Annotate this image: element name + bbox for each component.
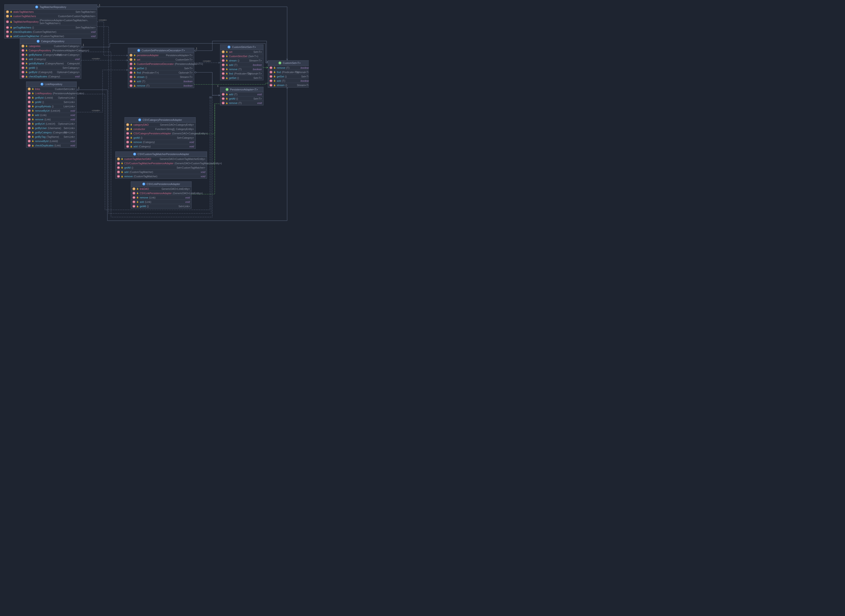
method-row[interactable]: m🔓getAll()Set<Link> bbox=[131, 204, 191, 208]
method-row[interactable]: m🔓getByUser(Username)Set<Link> bbox=[26, 126, 76, 130]
method-row[interactable]: m🔓getSet()Set<T> bbox=[268, 74, 309, 79]
field-row[interactable]: f🔒persistenceAdapterPersistenceAdapter<T… bbox=[128, 53, 194, 57]
method-icon: m bbox=[22, 62, 24, 65]
method-row[interactable]: m🔓CustomSetPersistenceDecorator(Persiste… bbox=[128, 62, 194, 66]
class-csvLinkAdapter[interactable]: CSVLinkPersistenceAdapterf🔒linkDAOGeneri… bbox=[131, 181, 192, 209]
method-row[interactable]: m🔓TagMatcherRepository(PersistenceAdapte… bbox=[4, 18, 97, 25]
return-type: Optional<T> bbox=[246, 72, 262, 75]
method-row[interactable]: m🔓getByCategory(CategoryId)Set<Link> bbox=[26, 130, 76, 135]
class-csvCategoryAdapter[interactable]: CSVCategoryPersistenceAdapterf🔒categoryD… bbox=[125, 117, 196, 149]
member-params: (Category) bbox=[34, 58, 46, 60]
method-row[interactable]: m🔓stream()Stream<T> bbox=[128, 75, 194, 79]
method-row[interactable]: m🔓groupByHosts()List<Link> bbox=[26, 104, 76, 109]
field-row[interactable]: f🔒linksCustomSet<Link> bbox=[26, 87, 76, 91]
method-row[interactable]: m🔓add(T)void bbox=[220, 92, 263, 97]
return-type: Set<CustomTagMatcher> bbox=[175, 166, 205, 169]
class-customSetDecorator[interactable]: CustomSetPersistenceDecorator<T>f🔒persis… bbox=[128, 48, 194, 88]
method-row[interactable]: m🔒checkDuplicates(CustomTagMatcher)void bbox=[4, 30, 97, 34]
unlock-icon: 🔓 bbox=[25, 62, 28, 65]
method-row[interactable]: m🔓add(CustomTagMatcher)void bbox=[116, 170, 207, 174]
field-row[interactable]: f🔒staticTagMatchersSet<TagMatcher> bbox=[4, 10, 97, 14]
field-row[interactable]: f🔒setSet<T> bbox=[220, 50, 263, 54]
method-row[interactable]: m🔓add(T)boolean bbox=[128, 79, 194, 84]
class-linkRepo[interactable]: LinkRepositoryf🔒linksCustomSet<Link>m🔓Li… bbox=[26, 82, 77, 148]
method-row[interactable]: m🔓LinkRepository(PersistenceAdapter<Link… bbox=[26, 91, 76, 95]
method-row[interactable]: m🔓add(T)boolean bbox=[220, 63, 263, 67]
field-row[interactable]: f🔒constuctorFunction<String[], CategoryE… bbox=[125, 127, 195, 131]
method-row[interactable]: m🔓getAll()Set<Category> bbox=[125, 136, 195, 140]
member-params: (Link) bbox=[145, 201, 151, 203]
field-row[interactable]: f🔒categoriesCustomSet<Category> bbox=[20, 44, 81, 48]
method-row[interactable]: m🔓getTagMatchers()Set<TagMatcher> bbox=[4, 25, 97, 30]
method-row[interactable]: m🔓remove(T)boolean bbox=[268, 66, 309, 70]
member-params: (Category) bbox=[139, 145, 151, 148]
method-row[interactable]: m🔓find(Predicate<T>)Optional<T> bbox=[268, 70, 309, 74]
member-name: getSet bbox=[277, 75, 284, 78]
field-row[interactable]: f🔒customTagMatcherDAOGenericDAO<CustomTa… bbox=[116, 157, 207, 161]
member-name: checkDuplicates bbox=[29, 75, 47, 78]
method-row[interactable]: m🔓remove(Category)void bbox=[125, 140, 195, 144]
method-row[interactable]: m🔒checkDuplicates(Link)void bbox=[26, 143, 76, 148]
method-row[interactable]: m🔓add(T)boolean bbox=[268, 79, 309, 83]
method-icon: m bbox=[117, 170, 120, 173]
method-row[interactable]: m🔓getByTag(TagName)Set<Link> bbox=[26, 135, 76, 139]
member-params: () bbox=[237, 76, 239, 79]
class-title: PersistenceAdapter<T> bbox=[220, 87, 263, 92]
method-row[interactable]: m🔓getAll()Set<Category> bbox=[20, 66, 81, 70]
method-row[interactable]: m🔓add(Category)void bbox=[125, 144, 195, 148]
field-row[interactable]: f🔒categoryDAOGenericDAO<CategoryEntity> bbox=[125, 123, 195, 127]
member-name: CustomSetPersistenceDecorator bbox=[137, 63, 174, 65]
method-row[interactable]: m🔓getIdByName(CategoryName)CategoryId bbox=[20, 61, 81, 66]
method-row[interactable]: m🔓CustomStrictSet(Set<T>) bbox=[220, 54, 263, 59]
member-params: (CategoryId) bbox=[38, 71, 52, 73]
method-row[interactable]: m🔓remove(CustomTagMatcher)void bbox=[116, 174, 207, 179]
method-row[interactable]: m🔓getById(LinkId)Optional<Link> bbox=[26, 95, 76, 100]
method-row[interactable]: m🔒checkDuplicates(Category)void bbox=[20, 74, 81, 79]
method-row[interactable]: m🔓getSet()Set<T> bbox=[220, 76, 263, 80]
class-customSet[interactable]: CustomSet<T>m🔓remove(T)booleanm🔓find(Pre… bbox=[268, 60, 309, 88]
class-name: CategoryRepository bbox=[41, 40, 65, 43]
class-icon bbox=[228, 45, 231, 48]
method-row[interactable]: m🔓CategoryRepository(PersistenceAdapter<… bbox=[20, 48, 81, 53]
method-row[interactable]: m🔓getAll()Set<CustomTagMatcher> bbox=[116, 166, 207, 170]
method-row[interactable]: m🔓remove(T)boolean bbox=[128, 84, 194, 88]
unlock-icon: 🔓 bbox=[25, 58, 28, 60]
method-row[interactable]: m🔓remove(Link)void bbox=[131, 195, 191, 200]
class-categoryRepo[interactable]: CategoryRepositoryf🔒categoriesCustomSet<… bbox=[20, 38, 81, 79]
method-row[interactable]: m🔓getByName(CategoryName)Optional<Catego… bbox=[20, 53, 81, 57]
method-row[interactable]: m🔓addCustomTagMatcher(CustomTagMatcher)v… bbox=[4, 34, 97, 38]
field-row[interactable]: f🔒customTagMatchersCustomSet<CustomTagMa… bbox=[4, 14, 97, 18]
method-row[interactable]: m🔓remove(T)boolean bbox=[220, 67, 263, 71]
method-row[interactable]: m🔓getByUrl(LinkUrl)Optional<Link> bbox=[26, 122, 76, 126]
method-row[interactable]: m🔓stream()Stream<T> bbox=[268, 83, 309, 87]
class-csvCustomTagAdapter[interactable]: CSVCustomTagMatcherPersistenceAdapterf🔒c… bbox=[115, 151, 207, 179]
member-params: (T) bbox=[234, 63, 237, 66]
method-row[interactable]: m🔓getAll()Set<T> bbox=[220, 97, 263, 101]
return-type: void bbox=[185, 196, 190, 199]
method-row[interactable]: m🔓find(Predicate<T>)Optional<T> bbox=[220, 71, 263, 76]
method-row[interactable]: m🔓remove(T)void bbox=[220, 101, 263, 105]
field-icon: f bbox=[6, 15, 9, 18]
method-row[interactable]: m🔓stream()Stream<T> bbox=[220, 59, 263, 63]
field-row[interactable]: f🔒setCustomSet<T> bbox=[128, 57, 194, 62]
method-row[interactable]: m🔓removeById(LinkId)void bbox=[26, 139, 76, 143]
method-row[interactable]: m🔓CSVLinkPersistenceAdapter(GenericDAO<L… bbox=[131, 191, 191, 195]
class-persistenceAdapter[interactable]: PersistenceAdapter<T>m🔓add(T)voidm🔓getAl… bbox=[220, 87, 263, 106]
member-params: (CustomTagMatcher) bbox=[41, 35, 64, 38]
class-tagMatcherRepo[interactable]: TagMatcherRepositoryf🔒staticTagMatchersS… bbox=[4, 4, 97, 38]
field-row[interactable]: f🔒linkDAOGenericDAO<LinkEntity> bbox=[131, 187, 191, 191]
method-row[interactable]: m🔓add(Link)void bbox=[131, 200, 191, 204]
class-customStrictSet[interactable]: CustomStrictSet<T>f🔒setSet<T>m🔓CustomStr… bbox=[220, 44, 263, 80]
method-row[interactable]: m🔓remove(Link)void bbox=[26, 117, 76, 122]
member-name: add bbox=[277, 79, 281, 82]
method-row[interactable]: m🔓removeByUrl(LinkUrl)void bbox=[26, 109, 76, 113]
method-row[interactable]: m🔓add(Category)void bbox=[20, 57, 81, 61]
method-row[interactable]: m🔓CSVCustomTagMatcherPersistenceAdapter(… bbox=[116, 161, 207, 166]
method-row[interactable]: m🔓CSVCategoryPersistenceAdapter(GenericD… bbox=[125, 131, 195, 136]
method-row[interactable]: m🔓getSet()Set<T> bbox=[128, 66, 194, 70]
method-row[interactable]: m🔓getAll()Set<Link> bbox=[26, 100, 76, 104]
method-row[interactable]: m🔓find(Predicate<T>)Optional<T> bbox=[128, 70, 194, 75]
method-row[interactable]: m🔓add(Link)void bbox=[26, 113, 76, 117]
method-icon: m bbox=[129, 75, 132, 78]
method-row[interactable]: m🔓getById(CategoryId)Optional<Category> bbox=[20, 70, 81, 74]
